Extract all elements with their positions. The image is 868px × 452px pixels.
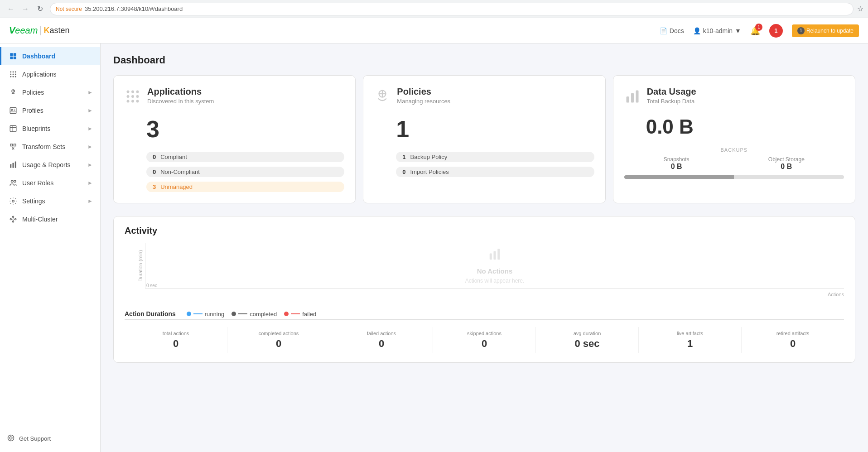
- address-bar[interactable]: Not secure 35.200.216.7:30948/k10/#/dash…: [50, 3, 854, 15]
- svg-point-40: [131, 91, 134, 93]
- unmanaged-badge[interactable]: 3 Unmanaged: [146, 182, 344, 192]
- sidebar-item-blueprints[interactable]: Blueprints ►: [0, 120, 100, 138]
- svg-rect-53: [493, 251, 496, 260]
- back-button[interactable]: ←: [5, 3, 17, 15]
- user-menu[interactable]: 👤 k10-admin ▼: [693, 27, 741, 34]
- svg-rect-21: [15, 162, 16, 168]
- sidebar-item-applications[interactable]: Applications: [0, 65, 100, 83]
- logo-veeam-text: eeam: [15, 25, 38, 36]
- stats-row: total actions 0 completed actions 0 fail…: [125, 319, 844, 353]
- sidebar-multi-cluster-label: Multi-Cluster: [22, 216, 58, 223]
- svg-point-9: [15, 74, 16, 75]
- svg-point-23: [14, 180, 16, 183]
- settings-chevron-icon: ►: [87, 198, 93, 204]
- compliant-label: Compliant: [160, 154, 187, 160]
- sidebar-nav: Dashboard Applications Policies ► Pr: [0, 43, 100, 425]
- blueprints-chevron-icon: ►: [87, 125, 93, 132]
- completed-actions-value: 0: [229, 338, 328, 350]
- sidebar-item-profiles[interactable]: Profiles ►: [0, 101, 100, 120]
- sidebar-blueprints-label: Blueprints: [22, 125, 50, 132]
- notification-bell[interactable]: 🔔 1: [750, 26, 760, 36]
- compliant-badge[interactable]: 0 Compliant: [146, 152, 344, 162]
- user-roles-icon: [9, 178, 18, 188]
- user-roles-chevron-icon: ►: [87, 180, 93, 186]
- usage-reports-chevron-icon: ►: [87, 162, 93, 168]
- topbar: V eeam K asten 📄 Docs 👤 k10-admin ▼ 🔔 1 …: [0, 18, 868, 43]
- completed-label: completed: [250, 311, 277, 317]
- stat-failed-actions: failed actions 0: [330, 327, 433, 353]
- avg-duration-label: avg duration: [538, 331, 637, 336]
- relaunch-button[interactable]: 1 Relaunch to update: [792, 24, 859, 37]
- sidebar-transform-sets-label: Transform Sets: [22, 143, 65, 150]
- import-policies-badge[interactable]: 0 Import Policies: [396, 167, 594, 177]
- legend-completed: completed: [231, 311, 277, 317]
- dashboard-icon: [9, 52, 18, 61]
- unmanaged-count: 3: [153, 183, 156, 190]
- chart-area: 0 sec No Actions Actions will appear her…: [145, 243, 844, 289]
- sidebar-item-multi-cluster[interactable]: Multi-Cluster: [0, 210, 100, 228]
- user-icon: 👤: [693, 27, 701, 34]
- no-actions-text: No Actions: [477, 267, 513, 275]
- noncompliant-badge[interactable]: 0 Non-Compliant: [146, 167, 344, 177]
- policies-card: Policies Managing resources 1 1 Backup P…: [363, 75, 605, 203]
- data-usage-card-title-block: Data Usage Total Backup Data: [647, 87, 696, 105]
- completed-dot: [231, 312, 236, 316]
- policies-card-icon: [374, 88, 391, 108]
- legend-failed: failed: [284, 311, 316, 317]
- docs-link[interactable]: 📄 Docs: [660, 27, 684, 34]
- svg-rect-52: [490, 253, 492, 260]
- sidebar-item-dashboard[interactable]: Dashboard: [0, 47, 100, 65]
- object-storage-label: Object Storage: [768, 156, 805, 163]
- bookmark-icon[interactable]: ☆: [857, 5, 863, 13]
- avg-duration-value: 0 sec: [538, 338, 637, 350]
- forward-button[interactable]: →: [19, 3, 32, 15]
- svg-point-26: [13, 216, 14, 217]
- stat-completed-actions: completed actions 0: [227, 327, 330, 353]
- get-support-link[interactable]: Get Support: [7, 431, 93, 447]
- running-line: [193, 313, 203, 314]
- stat-retired-artifacts: retired artifacts 0: [742, 327, 844, 353]
- profiles-icon: [9, 106, 18, 115]
- svg-point-12: [15, 76, 16, 77]
- sidebar-item-user-roles[interactable]: User Roles ►: [0, 174, 100, 192]
- sidebar-user-roles-label: User Roles: [22, 179, 53, 187]
- policies-chevron-icon: ►: [87, 89, 93, 96]
- import-policy-label: Import Policies: [410, 168, 449, 175]
- noncompliant-count: 0: [153, 168, 156, 175]
- svg-point-45: [127, 100, 130, 103]
- svg-rect-14: [10, 107, 16, 114]
- failed-actions-value: 0: [332, 338, 431, 350]
- user-avatar[interactable]: 1: [769, 24, 783, 38]
- snapshots-label: Snapshots: [664, 156, 690, 163]
- running-label: running: [205, 311, 224, 317]
- svg-point-6: [15, 71, 16, 72]
- x-axis-label: Actions: [828, 292, 844, 297]
- sidebar-item-policies[interactable]: Policies ►: [0, 83, 100, 101]
- backup-policy-badge[interactable]: 1 Backup Policy: [396, 152, 594, 162]
- total-actions-label: total actions: [126, 331, 225, 336]
- url-text: 35.200.216.7:30948/k10/#/dashboard: [85, 5, 183, 12]
- backup-bar: [624, 175, 844, 179]
- data-usage-card-icon: [624, 88, 641, 108]
- logo: V eeam K asten: [9, 25, 69, 36]
- skipped-actions-value: 0: [435, 338, 534, 350]
- no-actions-sub: Actions will appear here.: [465, 278, 525, 284]
- reload-button[interactable]: ↻: [34, 3, 46, 15]
- failed-label: failed: [302, 311, 316, 317]
- legend-running: running: [187, 311, 224, 317]
- sidebar-item-transform-sets[interactable]: Transform Sets ►: [0, 138, 100, 156]
- multi-cluster-icon: [9, 215, 18, 224]
- sidebar-item-usage-reports[interactable]: Usage & Reports ►: [0, 156, 100, 174]
- data-usage-card: Data Usage Total Backup Data 0.0 B BACKU…: [613, 75, 855, 203]
- retired-artifacts-value: 0: [743, 338, 842, 350]
- sidebar-item-settings[interactable]: Settings ►: [0, 192, 100, 210]
- stat-total-actions: total actions 0: [125, 327, 227, 353]
- svg-point-7: [10, 74, 11, 75]
- applications-status-badges: 0 Compliant 0 Non-Compliant 3 Unmanaged: [125, 152, 344, 192]
- relaunch-label: Relaunch to update: [806, 28, 854, 34]
- svg-point-22: [11, 180, 14, 183]
- browser-bar: ← → ↻ Not secure 35.200.216.7:30948/k10/…: [0, 0, 868, 18]
- applications-card: Applications Discovered in this system 3…: [113, 75, 356, 203]
- svg-point-27: [15, 219, 16, 220]
- support-label: Get Support: [19, 435, 51, 442]
